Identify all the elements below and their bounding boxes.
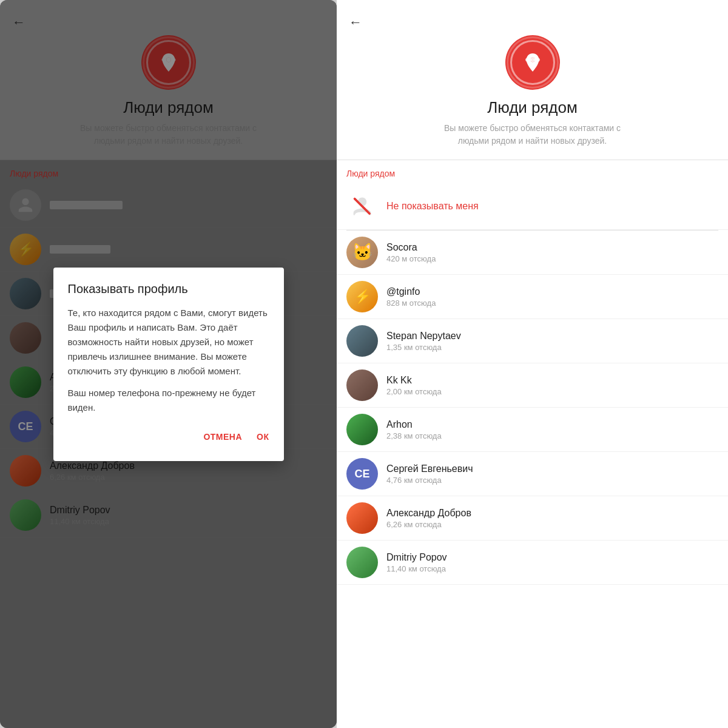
right-section-label: Люди рядом xyxy=(337,160,728,183)
avatar-alex xyxy=(346,502,378,534)
person-info-dmitriy: Dmitriy Popov 11,40 км отсюда xyxy=(386,552,718,573)
right-page-subtitle: Вы можете быстро обменяться контактами с… xyxy=(430,122,636,147)
not-showing-row[interactable]: Не показывать меня xyxy=(337,183,728,230)
avatar-tginfo: ⚡ xyxy=(346,281,378,312)
person-name-stepan: Stepan Nepytaev xyxy=(386,331,718,342)
dialog-body: Те, кто находится рядом с Вами, смогут в… xyxy=(68,306,269,415)
left-panel: ← Люди рядом Вы можете быстро обменяться… xyxy=(0,0,337,728)
person-name-dmitriy: Dmitriy Popov xyxy=(386,552,718,563)
person-item-arhon[interactable]: Arhon 2,38 км отсюда xyxy=(337,408,728,452)
dialog: Показывать профиль Те, кто находится ряд… xyxy=(53,268,284,461)
person-item-alex[interactable]: Александр Добров 6,26 км отсюда xyxy=(337,496,728,541)
right-pulse-ring-2 xyxy=(507,36,559,89)
person-info-arhon: Arhon 2,38 км отсюда xyxy=(386,419,718,440)
avatar-arhon xyxy=(346,414,378,445)
no-show-icon-svg xyxy=(351,195,373,217)
avatar-kkkk xyxy=(346,369,378,401)
person-info-ce: Сергей Евгеньевич 4,76 км отсюда xyxy=(386,463,718,485)
person-info-socora: Socora 420 м отсюда xyxy=(386,242,718,263)
person-item-kkkk[interactable]: Kk Kk 2,00 км отсюда xyxy=(337,363,728,408)
person-dist-stepan: 1,35 км отсюда xyxy=(386,343,718,352)
person-name-ce: Сергей Евгеньевич xyxy=(386,463,718,474)
person-item-socora[interactable]: 🐱 Socora 420 м отсюда xyxy=(337,231,728,275)
right-list: Люди рядом Не показывать меня 🐱 Socora 4… xyxy=(337,160,728,728)
person-item-tginfo[interactable]: ⚡ @tginfo 828 м отсюда xyxy=(337,275,728,319)
dialog-actions: ОТМЕНА ОК xyxy=(68,427,269,447)
person-info-tginfo: @tginfo 828 м отсюда xyxy=(386,286,718,308)
person-name-arhon: Arhon xyxy=(386,419,718,430)
person-dist-arhon: 2,38 км отсюда xyxy=(386,431,718,440)
avatar-ce: CE xyxy=(346,458,378,490)
dialog-body-p1: Те, кто находится рядом с Вами, смогут в… xyxy=(68,306,269,379)
avatar-dmitriy xyxy=(346,547,378,578)
not-showing-label: Не показывать меня xyxy=(386,201,479,212)
person-name-kkkk: Kk Kk xyxy=(386,375,718,386)
person-dist-ce: 4,76 км отсюда xyxy=(386,476,718,485)
avatar-socora: 🐱 xyxy=(346,237,378,268)
dialog-overlay: Показывать профиль Те, кто находится ряд… xyxy=(0,0,337,728)
right-location-icon-wrap xyxy=(505,35,560,90)
person-info-alex: Александр Добров 6,26 км отсюда xyxy=(386,508,718,529)
person-dist-dmitriy: 11,40 км отсюда xyxy=(386,564,718,573)
person-name-tginfo: @tginfo xyxy=(386,286,718,297)
person-item-dmitriy[interactable]: Dmitriy Popov 11,40 км отсюда xyxy=(337,541,728,585)
right-panel: ← Люди рядом Вы можете быстро обменяться… xyxy=(337,0,728,728)
person-dist-alex: 6,26 км отсюда xyxy=(386,520,718,529)
dialog-ok-button[interactable]: ОК xyxy=(257,427,269,447)
right-page-title: Люди рядом xyxy=(487,98,578,117)
person-dist-socora: 420 м отсюда xyxy=(386,254,718,263)
not-showing-icon xyxy=(346,190,378,222)
person-info-stepan: Stepan Nepytaev 1,35 км отсюда xyxy=(386,331,718,352)
person-dist-kkkk: 2,00 км отсюда xyxy=(386,387,718,396)
dialog-title: Показывать профиль xyxy=(68,282,269,296)
right-back-button[interactable]: ← xyxy=(349,15,362,30)
person-name-alex: Александр Добров xyxy=(386,508,718,519)
person-item-stepan[interactable]: Stepan Nepytaev 1,35 км отсюда xyxy=(337,319,728,363)
avatar-stepan xyxy=(346,325,378,357)
person-item-ce[interactable]: CE Сергей Евгеньевич 4,76 км отсюда xyxy=(337,452,728,496)
dialog-cancel-button[interactable]: ОТМЕНА xyxy=(203,427,242,447)
right-header: ← Люди рядом Вы можете быстро обменяться… xyxy=(337,0,728,160)
dialog-body-p2: Ваш номер телефона по-прежнему не будет … xyxy=(68,386,269,415)
person-name-socora: Socora xyxy=(386,242,718,253)
person-dist-tginfo: 828 м отсюда xyxy=(386,298,718,308)
person-info-kkkk: Kk Kk 2,00 км отсюда xyxy=(386,375,718,396)
